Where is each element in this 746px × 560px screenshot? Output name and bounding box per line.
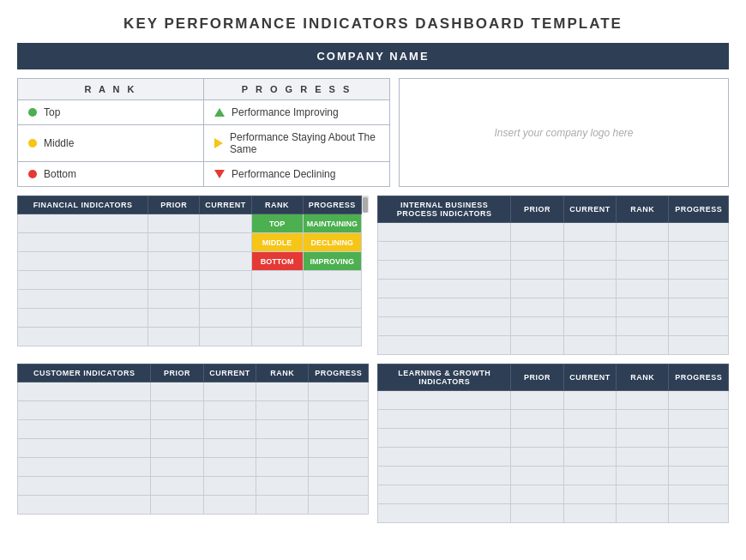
table-row: BOTTOM IMPROVING — [18, 252, 362, 271]
table-row: TOP MAINTAINING — [18, 214, 362, 233]
table-row — [378, 391, 729, 410]
table-row — [18, 328, 362, 346]
customer-rank-col: RANK — [256, 364, 309, 382]
internal-progress-col: PROGRESS — [669, 196, 729, 223]
legend-rank-header: R A N K — [18, 79, 204, 100]
prior-col-header: PRIOR — [148, 196, 200, 214]
dot-yellow-icon — [28, 139, 37, 148]
table-row — [18, 477, 369, 496]
customer-current-col: CURRENT — [203, 364, 256, 382]
internal-current-col: CURRENT — [563, 196, 616, 223]
learning-rank-col: RANK — [617, 364, 669, 391]
table-row — [378, 504, 729, 523]
logo-placeholder: Insert your company logo here — [399, 78, 729, 187]
triangle-up-icon — [214, 108, 225, 117]
learning-col-header: LEARNING & GROWTH INDICATORS — [378, 364, 511, 391]
scrollbar-thumb[interactable] — [363, 197, 368, 213]
table-row — [378, 410, 729, 429]
main-title: KEY PERFORMANCE INDICATORS DASHBOARD TEM… — [17, 15, 729, 33]
financial-col-header: FINANCIAL INDICATORS — [18, 196, 148, 214]
internal-table: INTERNAL BUSINESS PROCESS INDICATORS PRI… — [377, 196, 729, 355]
triangle-down-icon — [214, 170, 225, 178]
list-item: Top Performance Improving — [18, 100, 389, 125]
legend-box: R A N K P R O G R E S S Top Performance … — [17, 78, 390, 187]
top-tables-row: FINANCIAL INDICATORS PRIOR CURRENT RANK … — [17, 196, 729, 355]
table-row — [378, 280, 729, 298]
internal-rank-col: RANK — [617, 196, 669, 223]
company-banner: COMPANY NAME — [17, 43, 729, 69]
dot-red-icon — [28, 170, 37, 178]
legend-progress-header: P R O G R E S S — [204, 79, 389, 100]
table-row — [378, 298, 729, 317]
scrollbar[interactable] — [362, 196, 369, 213]
triangle-right-icon — [214, 138, 223, 148]
financial-section: FINANCIAL INDICATORS PRIOR CURRENT RANK … — [17, 196, 369, 355]
customer-prior-col: PRIOR — [151, 364, 203, 382]
progress-improving-cell: Performance Improving — [204, 100, 389, 124]
progress-col-header: PROGRESS — [303, 196, 361, 214]
list-item: Bottom Performance Declining — [18, 162, 389, 186]
table-row — [378, 242, 729, 261]
customer-table: CUSTOMER INDICATORS PRIOR CURRENT RANK P… — [17, 364, 369, 515]
table-row — [18, 382, 369, 401]
rank-top-cell: Top — [18, 100, 204, 124]
table-row — [18, 290, 362, 309]
table-row — [18, 420, 369, 439]
internal-section: INTERNAL BUSINESS PROCESS INDICATORS PRI… — [377, 196, 729, 355]
list-item: Middle Performance Staying About The Sam… — [18, 125, 389, 162]
learning-table: LEARNING & GROWTH INDICATORS PRIOR CURRE… — [377, 364, 729, 523]
learning-prior-col: PRIOR — [511, 364, 563, 391]
table-row — [18, 439, 369, 458]
progress-staying-cell: Performance Staying About The Same — [204, 125, 389, 161]
table-row — [18, 496, 369, 515]
table-row — [18, 458, 369, 477]
financial-table: FINANCIAL INDICATORS PRIOR CURRENT RANK … — [17, 196, 362, 346]
learning-current-col: CURRENT — [563, 364, 616, 391]
customer-section: CUSTOMER INDICATORS PRIOR CURRENT RANK P… — [17, 364, 369, 523]
table-row — [18, 271, 362, 290]
table-row — [378, 336, 729, 355]
table-row — [378, 429, 729, 448]
internal-prior-col: PRIOR — [511, 196, 563, 223]
customer-col-header: CUSTOMER INDICATORS — [18, 364, 151, 382]
dot-green-icon — [28, 108, 37, 117]
table-row — [378, 261, 729, 280]
table-row — [378, 485, 729, 504]
table-row — [18, 401, 369, 420]
rank-col-header: RANK — [251, 196, 303, 214]
learning-progress-col: PROGRESS — [669, 364, 729, 391]
table-row — [378, 448, 729, 467]
table-row — [378, 223, 729, 242]
rank-middle-cell: Middle — [18, 125, 204, 161]
progress-declining-cell: Performance Declining — [204, 162, 389, 186]
table-row — [378, 467, 729, 485]
current-col-header: CURRENT — [200, 196, 251, 214]
rank-bottom-cell: Bottom — [18, 162, 204, 186]
internal-col-header: INTERNAL BUSINESS PROCESS INDICATORS — [378, 196, 511, 223]
table-row: MIDDLE DECLINING — [18, 233, 362, 252]
learning-section: LEARNING & GROWTH INDICATORS PRIOR CURRE… — [377, 364, 729, 523]
customer-progress-col: PROGRESS — [309, 364, 369, 382]
table-row — [378, 317, 729, 336]
table-row — [18, 309, 362, 328]
bottom-tables-row: CUSTOMER INDICATORS PRIOR CURRENT RANK P… — [17, 364, 729, 523]
